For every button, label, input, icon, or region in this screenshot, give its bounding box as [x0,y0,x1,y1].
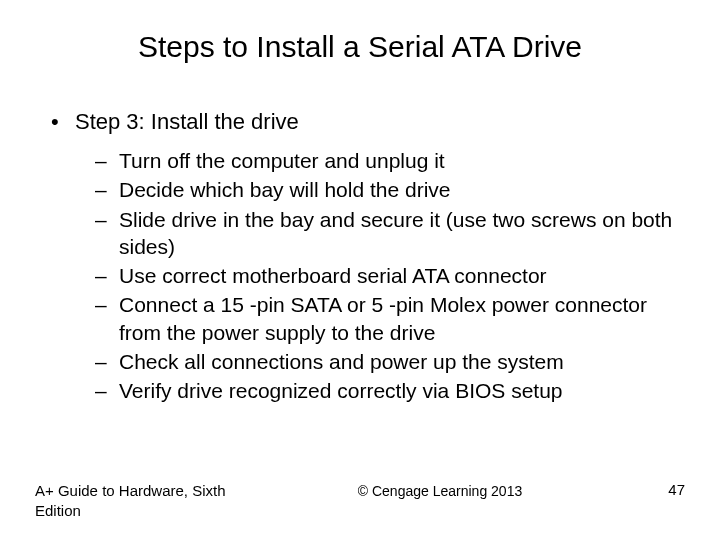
dash-mark: – [95,377,119,404]
bullet-text: Use correct motherboard serial ATA conne… [119,262,547,289]
bullet-level2: – Use correct motherboard serial ATA con… [45,262,675,289]
slide-content: • Step 3: Install the drive – Turn off t… [0,64,720,405]
bullet-level2: – Verify drive recognized correctly via … [45,377,675,404]
bullet-level1: • Step 3: Install the drive [45,109,675,135]
bullet-level2: – Slide drive in the bay and secure it (… [45,206,675,261]
footer-book-title: A+ Guide to Hardware, Sixth Edition [35,481,255,520]
dash-mark: – [95,147,119,174]
bullet-text: Step 3: Install the drive [75,109,299,135]
footer-page-number: 47 [625,481,685,498]
dash-mark: – [95,206,119,261]
bullet-level2: – Check all connections and power up the… [45,348,675,375]
dash-mark: – [95,348,119,375]
bullet-text: Verify drive recognized correctly via BI… [119,377,563,404]
bullet-level2: – Connect a 15 -pin SATA or 5 -pin Molex… [45,291,675,346]
bullet-level2: – Decide which bay will hold the drive [45,176,675,203]
bullet-text: Connect a 15 -pin SATA or 5 -pin Molex p… [119,291,675,346]
bullet-text: Check all connections and power up the s… [119,348,564,375]
dash-mark: – [95,291,119,346]
bullet-mark: • [45,109,75,135]
dash-mark: – [95,176,119,203]
bullet-text: Turn off the computer and unplug it [119,147,445,174]
bullet-text: Slide drive in the bay and secure it (us… [119,206,675,261]
bullet-text: Decide which bay will hold the drive [119,176,451,203]
bullet-level2: – Turn off the computer and unplug it [45,147,675,174]
footer-copyright: © Cengage Learning 2013 [255,481,625,499]
slide-title: Steps to Install a Serial ATA Drive [0,0,720,64]
slide-footer: A+ Guide to Hardware, Sixth Edition © Ce… [0,481,720,520]
dash-mark: – [95,262,119,289]
